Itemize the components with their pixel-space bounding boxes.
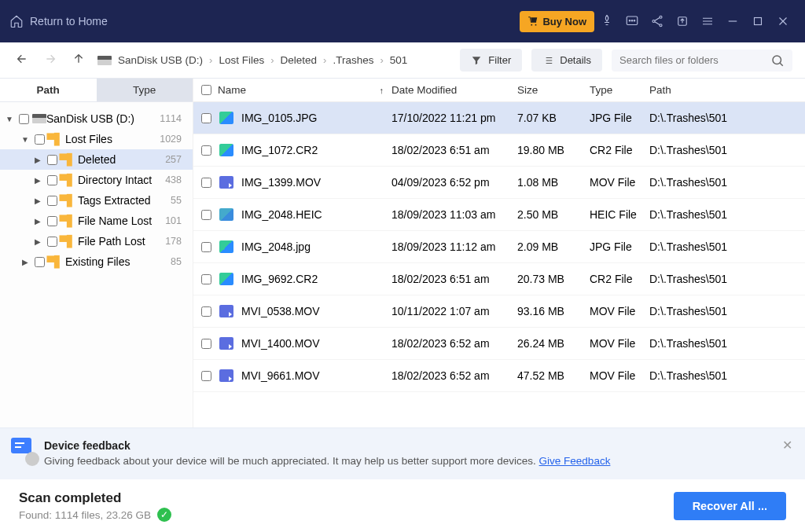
feedback-icon[interactable]	[619, 9, 645, 34]
table-row[interactable]: IMG_0105.JPG17/10/2022 11:21 pm7.07 KBJP…	[193, 102, 805, 134]
sort-arrow-icon[interactable]: ↑	[380, 86, 384, 95]
menu-icon[interactable]	[695, 9, 720, 34]
tree-checkbox[interactable]	[47, 175, 57, 185]
tree-count: 55	[171, 195, 182, 206]
file-name: IMG_2048.HEIC	[241, 208, 322, 221]
maximize-button[interactable]	[745, 9, 770, 34]
nav-forward-button[interactable]	[41, 50, 60, 72]
recover-all-button[interactable]: Recover All ...	[674, 492, 786, 520]
chevron-right-icon[interactable]: ▶	[31, 217, 44, 226]
chevron-down-icon[interactable]: ▼	[19, 135, 31, 144]
mov-file-icon	[219, 305, 233, 317]
row-checkbox[interactable]	[201, 274, 211, 284]
tree-label: Deleted	[78, 153, 116, 166]
tree-row[interactable]: ▶▀▋Existing Files85	[0, 251, 193, 272]
table-row[interactable]: IMG_1399.MOV04/09/2023 6:52 pm1.08 MBMOV…	[193, 167, 805, 199]
tree-row[interactable]: ▶▀▋File Name Lost101	[0, 211, 193, 231]
breadcrumb-segment[interactable]: Lost Files	[219, 54, 264, 66]
chevron-right-icon[interactable]: ▶	[19, 258, 31, 266]
file-size: 7.07 KB	[517, 112, 590, 124]
tree-checkbox[interactable]	[47, 216, 57, 226]
table-row[interactable]: IMG_2048.jpg18/09/2023 11:12 am2.09 MBJP…	[193, 231, 805, 263]
breadcrumb-segment[interactable]: Deleted	[281, 54, 318, 66]
chevron-down-icon[interactable]: ▼	[3, 115, 16, 123]
search-box[interactable]	[612, 50, 792, 72]
tree-row[interactable]: ▶▀▋Directory Intact438	[0, 170, 193, 190]
cart-icon	[527, 16, 539, 27]
chevron-right-icon[interactable]: ▶	[31, 237, 44, 246]
table-row[interactable]: IMG_2048.HEIC18/09/2023 11:03 am2.50 MBH…	[193, 199, 805, 231]
row-checkbox[interactable]	[201, 210, 211, 220]
table-row[interactable]: IMG_1072.CR218/02/2023 6:51 am19.80 MBCR…	[193, 134, 805, 167]
tree-count: 178	[165, 236, 182, 247]
column-headers[interactable]: Name↑ Date Modified Size Type Path	[193, 79, 805, 102]
share-icon[interactable]	[645, 9, 670, 34]
table-row[interactable]: MVI_0538.MOV10/11/2022 1:07 am93.16 MBMO…	[193, 295, 805, 328]
file-size: 2.50 MB	[517, 208, 590, 221]
breadcrumb-segment[interactable]: 501	[390, 54, 408, 66]
breadcrumb[interactable]: SanDisk USB (D:)›Lost Files›Deleted›.Tra…	[97, 54, 407, 66]
select-all-checkbox[interactable]	[201, 85, 211, 95]
col-path[interactable]: Path	[649, 84, 805, 96]
col-type[interactable]: Type	[590, 84, 649, 96]
tree-row[interactable]: ▶▀▋File Path Lost178	[0, 231, 193, 251]
tree-checkbox[interactable]	[47, 196, 57, 206]
tree-checkbox[interactable]	[47, 237, 57, 247]
file-name: IMG_1072.CR2	[241, 144, 318, 156]
tree-count: 85	[171, 256, 182, 267]
row-checkbox[interactable]	[201, 339, 211, 349]
file-path: D:\.Trashes\501	[649, 112, 805, 124]
chevron-right-icon[interactable]: ▶	[31, 176, 44, 185]
status-bar: Scan completed Found: 1114 files, 23.26 …	[0, 479, 805, 532]
tree-row[interactable]: ▶▀▋Deleted257	[0, 149, 193, 170]
svg-point-7	[652, 20, 655, 23]
give-feedback-link[interactable]: Give Feedback	[539, 455, 611, 467]
promo-icon[interactable]	[594, 9, 619, 34]
row-checkbox[interactable]	[201, 145, 211, 156]
row-checkbox[interactable]	[201, 242, 211, 252]
tab-path[interactable]: Path	[0, 79, 97, 101]
details-button[interactable]: Details	[531, 49, 602, 72]
file-size: 1.08 MB	[517, 176, 590, 189]
breadcrumb-segment[interactable]: SanDisk USB (D:)	[118, 54, 203, 66]
titlebar: Return to Home Buy Now	[0, 0, 805, 42]
tree-row[interactable]: ▼SanDisk USB (D:)1114	[0, 108, 193, 129]
tree-checkbox[interactable]	[35, 134, 45, 145]
filter-button[interactable]: Filter	[460, 49, 522, 72]
tree-checkbox[interactable]	[35, 257, 45, 267]
row-checkbox[interactable]	[201, 371, 211, 381]
table-row[interactable]: MVI_9661.MOV18/02/2023 6:52 am47.52 MBMO…	[193, 360, 805, 392]
tree-checkbox[interactable]	[47, 155, 57, 165]
tab-type[interactable]: Type	[97, 79, 193, 101]
file-path: D:\.Trashes\501	[649, 240, 805, 253]
tree-row[interactable]: ▼▀▋Lost Files1029	[0, 129, 193, 149]
col-name[interactable]: Name	[218, 84, 246, 96]
row-checkbox[interactable]	[201, 306, 211, 317]
chevron-right-icon[interactable]: ▶	[31, 196, 44, 205]
return-home-link[interactable]: Return to Home	[9, 14, 108, 28]
buy-now-button[interactable]: Buy Now	[520, 11, 594, 32]
search-input[interactable]	[619, 54, 764, 66]
file-size: 47.52 MB	[517, 369, 590, 382]
row-checkbox[interactable]	[201, 113, 211, 123]
minimize-button[interactable]	[720, 9, 745, 34]
tree-row[interactable]: ▶▀▋Tags Extracted55	[0, 190, 193, 211]
update-icon[interactable]	[670, 9, 695, 34]
tree-checkbox[interactable]	[19, 114, 29, 124]
breadcrumb-segment[interactable]: .Trashes	[333, 54, 373, 66]
status-found: Found: 1114 files, 23.26 GB✓	[19, 508, 171, 522]
col-size[interactable]: Size	[517, 84, 590, 96]
row-checkbox[interactable]	[201, 178, 211, 188]
table-row[interactable]: IMG_9692.CR218/02/2023 6:51 am20.73 MBCR…	[193, 263, 805, 295]
chevron-right-icon[interactable]: ▶	[31, 156, 44, 164]
col-date[interactable]: Date Modified	[391, 84, 517, 96]
file-size: 2.09 MB	[517, 240, 590, 253]
svg-point-11	[773, 56, 781, 64]
feedback-illustration-icon	[9, 436, 39, 466]
feedback-close-button[interactable]: ✕	[782, 438, 792, 453]
nav-back-button[interactable]	[13, 50, 31, 72]
close-window-button[interactable]	[770, 9, 796, 34]
nav-up-button[interactable]	[69, 50, 88, 72]
svg-point-3	[629, 20, 630, 22]
table-row[interactable]: MVI_1400.MOV18/02/2023 6:52 am26.24 MBMO…	[193, 328, 805, 360]
